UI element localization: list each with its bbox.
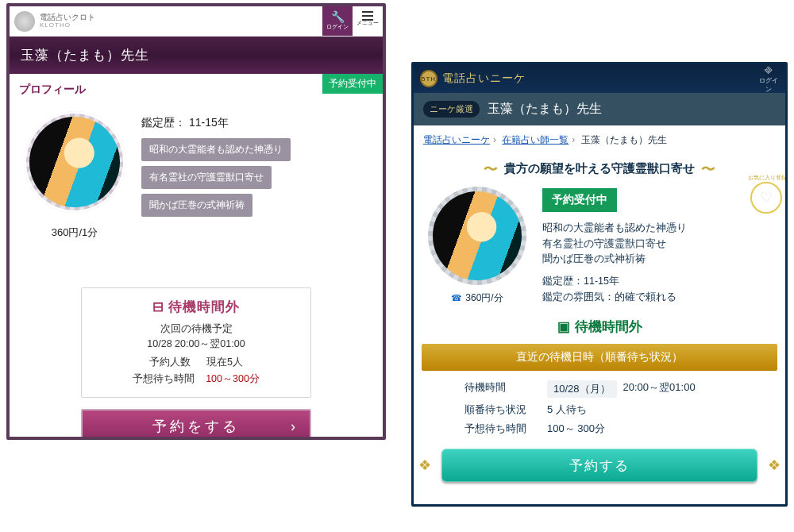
- feature: 聞かば圧巻の式神祈祷: [542, 251, 776, 267]
- klotho-card: 電話占いクロト KLOTHO 🔧 ログイン メニュー 玉藻（たまも）先生 プロフ…: [6, 3, 386, 440]
- nike-logo-icon: 5TH: [420, 70, 437, 87]
- nike-brand[interactable]: 5TH 電話占いニーケ: [420, 70, 526, 87]
- reserve-button[interactable]: 予約をする ›: [81, 409, 311, 440]
- schedule: 待機時間 10/28（月） 20:00～翌01:00 順番待ち状況 5 人待ち …: [464, 380, 734, 436]
- menu-button[interactable]: メニュー: [353, 6, 383, 36]
- heart-icon: ♡: [760, 189, 773, 206]
- reserve-button[interactable]: 予約する: [441, 449, 757, 482]
- name-bar: ニーケ厳選 玉藻（たまも）先生: [414, 93, 785, 125]
- favorite-button[interactable]: ♡: [750, 182, 782, 214]
- reserve-label: 予約をする: [152, 417, 240, 436]
- price: 360円/1分: [19, 226, 130, 240]
- crumb-list[interactable]: 在籍占い師一覧: [502, 134, 569, 145]
- wait-next-label: 次回の待機予定: [94, 322, 298, 336]
- profile-heading: プロフィール: [19, 83, 86, 95]
- feature-list: 昭和の大霊能者も認めた神憑り 有名霊社の守護霊獣口寄せ 聞かば圧巻の式神祈祷: [542, 220, 776, 267]
- reserve-label: 予約する: [569, 458, 630, 473]
- login-button[interactable]: ⎆ ログイン: [757, 64, 781, 94]
- login-label: ログイン: [759, 77, 778, 93]
- wait-box: ⊟ 待機時間外 次回の待機予定 10/28 20:00～翌01:00 予約人数 …: [81, 287, 311, 398]
- mood-label: 鑑定の雰囲気: [542, 291, 615, 303]
- sched-date: 10/28（月）: [547, 380, 617, 398]
- brand-name: 電話占いニーケ: [442, 71, 526, 86]
- avatar-frame: [428, 187, 526, 285]
- exp-value: 11-15年: [584, 276, 619, 287]
- status-badge: 予約受付中: [542, 188, 617, 212]
- tag: 聞かば圧巻の式神祈祷: [141, 194, 252, 217]
- avatar-frame: [24, 111, 125, 213]
- exp-label: 鑑定歴: [542, 276, 584, 287]
- klotho-header: 電話占いクロト KLOTHO 🔧 ログイン メニュー: [10, 6, 383, 37]
- tag: 昭和の大霊能者も認めた神憑り: [141, 138, 291, 161]
- sched-wait-label: 待機時間: [464, 380, 541, 398]
- schedule-heading: 直近の待機日時（順番待ち状況）: [422, 344, 777, 371]
- wait-eta-label: 予想待ち時間: [133, 372, 195, 386]
- meta: 鑑定歴11-15年 鑑定の雰囲気的確で頼れる: [542, 275, 776, 304]
- sched-queue-label: 順番待ち状況: [464, 403, 541, 417]
- feature: 昭和の大霊能者も認めた神憑り: [542, 220, 776, 236]
- sched-eta-label: 予想待ち時間: [464, 422, 541, 436]
- tagline: 貴方の願望を叶える守護霊獣口寄せ: [414, 147, 785, 187]
- experience-label: 鑑定歴: [141, 116, 175, 129]
- nike-header: 5TH 電話占いニーケ ⎆ ログイン: [414, 64, 785, 93]
- selection-badge: ニーケ厳選: [423, 101, 480, 118]
- brand-name: 電話占いクロト: [40, 13, 95, 21]
- wait-count-value: 現在5人: [206, 356, 243, 369]
- status-badge: 予約受付中: [322, 74, 383, 94]
- minus-square-icon: ▣: [557, 319, 570, 334]
- wait-status: ⊟ 待機時間外: [94, 298, 298, 316]
- phone-icon: ☎: [451, 293, 462, 303]
- favorite-label: お気に入り登録: [747, 174, 787, 182]
- menu-icon: [362, 15, 373, 17]
- wait-next-value: 10/28 20:00～翌01:00: [94, 337, 298, 351]
- tag-list: 昭和の大霊能者も認めた神憑り 有名霊社の守護霊獣口寄せ 聞かば圧巻の式神祈祷: [141, 138, 373, 217]
- price: ☎360円/分: [423, 291, 531, 305]
- crumb-current: 玉藻（たまも）先生: [581, 134, 667, 145]
- sched-eta-value: 100～ 300分: [547, 422, 605, 436]
- klotho-brand[interactable]: 電話占いクロト KLOTHO: [10, 11, 95, 32]
- wait-count-label: 予約人数: [149, 356, 191, 369]
- breadcrumb: 電話占いニーケ› 在籍占い師一覧› 玉藻（たまも）先生: [414, 125, 785, 147]
- crumb-home[interactable]: 電話占いニーケ: [423, 134, 490, 145]
- klotho-logo-icon: [14, 11, 35, 32]
- sched-queue-value: 5 人待ち: [547, 403, 587, 417]
- login-label: ログイン: [326, 23, 349, 31]
- nike-card: 5TH 電話占いニーケ ⎆ ログイン ニーケ厳選 玉藻（たまも）先生 電話占いニ…: [411, 62, 788, 507]
- mood-value: 的確で頼れる: [615, 291, 676, 303]
- ornament-right-icon: ❖: [768, 457, 781, 474]
- avatar: [29, 117, 120, 207]
- page-title: 玉藻（たまも）先生: [10, 37, 383, 74]
- brand-sub: KLOTHO: [40, 21, 95, 29]
- login-button[interactable]: 🔧 ログイン: [322, 6, 353, 36]
- minus-icon: ⊟: [152, 299, 169, 314]
- feature: 有名霊社の守護霊獣口寄せ: [542, 236, 776, 252]
- experience-value: 11-15年: [189, 116, 229, 129]
- avatar: [433, 191, 522, 280]
- teacher-name: 玉藻（たまも）先生: [488, 101, 602, 118]
- experience: 鑑定歴：11-15年: [141, 116, 373, 130]
- ornament-left-icon: ❖: [418, 457, 431, 474]
- login-icon: ⎆: [757, 64, 781, 76]
- wait-status: ▣待機時間外: [414, 318, 785, 336]
- sched-time: 20:00～翌01:00: [623, 380, 696, 398]
- chevron-right-icon: ›: [291, 418, 299, 435]
- wait-eta-value: 100～300分: [206, 372, 260, 386]
- wrench-icon: 🔧: [331, 11, 345, 22]
- tag: 有名霊社の守護霊獣口寄せ: [141, 166, 272, 189]
